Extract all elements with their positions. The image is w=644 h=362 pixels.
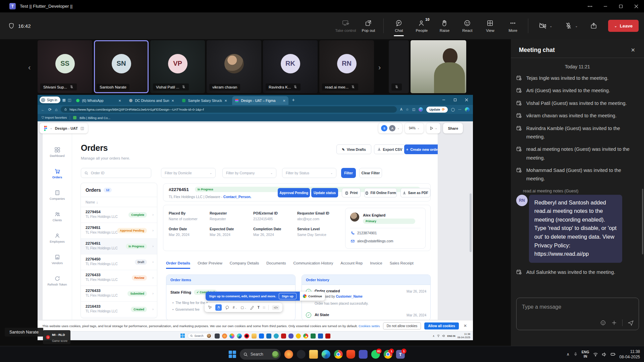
workspaces-icon[interactable]: ▦ xyxy=(62,98,66,102)
edge-dev-icon[interactable] xyxy=(297,350,306,359)
browser-tab[interactable]: DC Divisions and Surroundings✕ xyxy=(126,96,177,105)
chevron-up-icon[interactable]: ∧ xyxy=(433,335,435,338)
edge-logo-icon[interactable] xyxy=(465,107,470,112)
todo-icon[interactable] xyxy=(296,334,301,339)
new-tab-icon[interactable]: + xyxy=(292,97,294,103)
video-tile[interactable]: RN read.ai mee... xyxy=(319,40,374,93)
frame-tool-icon[interactable]: # ⌄ xyxy=(233,306,237,309)
chevron-up-icon[interactable]: ∧ xyxy=(567,352,570,357)
split-screen-icon[interactable]: ◫ xyxy=(412,108,415,111)
url-field[interactable]: https://www.figma.com/design/9BKQ0FOHRWa… xyxy=(61,106,397,113)
browser-update-button[interactable]: Update⟳ xyxy=(426,107,448,113)
firefox-icon[interactable] xyxy=(222,334,227,339)
pen-tool-icon[interactable] xyxy=(250,305,254,310)
company-filter-select[interactable]: Filter by Company⌄ xyxy=(222,168,276,178)
video-tile[interactable]: RK Ravindra K... xyxy=(263,40,318,93)
attach-plus-icon[interactable] xyxy=(611,320,617,326)
layout-icon[interactable]: ◫ xyxy=(80,126,84,130)
order-id-search-input[interactable]: Order ID xyxy=(81,168,151,178)
share-button[interactable] xyxy=(585,15,603,37)
video-tile[interactable]: vikram chavan xyxy=(207,40,261,93)
favorite-star-icon[interactable]: ☆ xyxy=(406,108,409,111)
browser-maximize-icon[interactable] xyxy=(453,98,457,102)
firefox-icon[interactable] xyxy=(284,350,293,359)
send-icon[interactable] xyxy=(628,320,634,326)
mic-icon[interactable] xyxy=(573,352,578,357)
tiles-scroll-left-icon[interactable]: ‹ xyxy=(28,63,31,72)
order-row[interactable]: 2279454TL Flex Holdings LLCComplete› xyxy=(81,207,157,223)
video-tile-camera-on[interactable] xyxy=(411,40,466,93)
column-header[interactable]: Name xyxy=(86,200,95,204)
sidebar-item-clients[interactable]: Clients xyxy=(43,212,71,222)
figma-share-button[interactable]: Share xyxy=(443,123,463,133)
chrome-icon[interactable] xyxy=(303,334,308,339)
comment-tool-icon[interactable] xyxy=(225,305,229,310)
sort-desc-icon[interactable]: ↓ xyxy=(96,200,98,204)
canvas-scrollbar[interactable] xyxy=(470,193,472,252)
folder-icon[interactable] xyxy=(309,350,318,359)
cookie-settings-link[interactable]: Cookies settings xyxy=(359,324,380,328)
chat-input[interactable]: Type a message xyxy=(516,298,639,330)
tab-order-preview[interactable]: Order Preview xyxy=(198,261,222,269)
print-button[interactable]: Print xyxy=(342,188,361,197)
brave-icon[interactable] xyxy=(346,350,355,359)
back-icon[interactable]: ← xyxy=(41,107,45,112)
sidebar-item-dashboard[interactable]: Dashboard xyxy=(43,147,71,158)
figma-doc-title[interactable]: Design - UAT xyxy=(55,126,78,130)
select-cursor-icon[interactable] xyxy=(208,305,212,310)
people-button[interactable]: 10 People xyxy=(411,15,432,37)
maximize-icon[interactable] xyxy=(613,0,629,12)
text-tool-icon[interactable]: T xyxy=(258,306,260,309)
update-status-button[interactable]: Update status xyxy=(311,188,338,197)
opera-icon[interactable] xyxy=(244,334,249,339)
tab-order-details[interactable]: Order Details xyxy=(166,261,190,269)
vertical-tabs-icon[interactable]: ◫ xyxy=(68,98,71,102)
leave-button[interactable]: ⌄ Leave xyxy=(608,20,639,32)
start-icon[interactable] xyxy=(180,334,185,338)
tab-close-icon[interactable]: ✕ xyxy=(171,99,174,103)
tab-invoice[interactable]: Invoice xyxy=(370,261,382,269)
word-icon[interactable] xyxy=(318,334,323,339)
export-csv-button[interactable]: Export CSV xyxy=(374,144,406,154)
teams-icon[interactable]: T1 xyxy=(396,350,405,359)
minimize-icon[interactable] xyxy=(598,0,613,12)
import-favorites-link[interactable]: ⛉ Import favorites xyxy=(42,116,67,120)
video-tile[interactable]: VP Vishal Patil ... xyxy=(150,40,205,93)
view-drafts-button[interactable]: ✎View Drafts xyxy=(336,144,371,154)
chevron-down-icon[interactable]: ⌄ xyxy=(50,127,52,130)
home-icon[interactable]: ⌂ xyxy=(55,107,57,112)
emoji-icon[interactable] xyxy=(600,320,606,326)
read-aloud-icon[interactable]: A xyxy=(400,108,402,111)
domicile-filter-select[interactable]: Filter by Domicile⌄ xyxy=(161,168,216,178)
clear-filter-button[interactable]: Clear Filter xyxy=(359,168,382,178)
photos-icon[interactable] xyxy=(215,334,220,339)
tab-communication-history[interactable]: Communication History xyxy=(293,261,333,269)
tiles-scroll-right-icon[interactable]: › xyxy=(378,63,381,72)
copilot-icon[interactable] xyxy=(229,334,234,339)
pop-out-button[interactable]: Pop out xyxy=(358,15,379,37)
browser-minimize-icon[interactable] xyxy=(442,98,445,102)
figma-collaborators[interactable]: S A ⌄ xyxy=(378,123,402,133)
system-clock[interactable]: 11:38 08-04-2025 xyxy=(620,349,640,360)
presenter-search[interactable]: Search xyxy=(187,333,212,339)
browser-close-icon[interactable] xyxy=(465,98,468,102)
create-order-button[interactable]: +Create new order xyxy=(404,144,438,154)
teams-classic-icon[interactable] xyxy=(359,350,368,359)
browser-tab-active[interactable]: Design - UAT – Figma✕ xyxy=(232,96,288,105)
order-row[interactable]: 2216433TL Flex Holdings LLCCreated› xyxy=(81,302,157,317)
video-tile[interactable]: SS Shivani Sup... xyxy=(38,40,92,93)
bookmark-link[interactable]: Bills | Billing and Co... xyxy=(79,116,110,120)
status-filter-select[interactable]: Filter by Status⌄ xyxy=(282,168,336,178)
teal-app-icon[interactable] xyxy=(274,334,279,339)
sidebar-item-vendors[interactable]: Vendors xyxy=(43,254,71,265)
browser-tab[interactable]: Sample Salary Structure with calc✕ xyxy=(179,96,230,105)
tab-account-rep[interactable]: Account Rep xyxy=(340,261,363,269)
wifi-icon[interactable] xyxy=(593,352,598,357)
excel-icon[interactable] xyxy=(311,334,316,339)
order-row-selected[interactable]: 2276451TL Flex Holdings LLCIn Progress› xyxy=(81,239,157,254)
chat-scrollbar[interactable] xyxy=(642,189,643,254)
react-button[interactable]: React xyxy=(457,15,478,37)
whatsapp-icon[interactable]: 81 xyxy=(371,350,380,359)
close-icon[interactable]: ✕ xyxy=(464,323,467,328)
filter-button[interactable]: Filter xyxy=(341,168,356,178)
